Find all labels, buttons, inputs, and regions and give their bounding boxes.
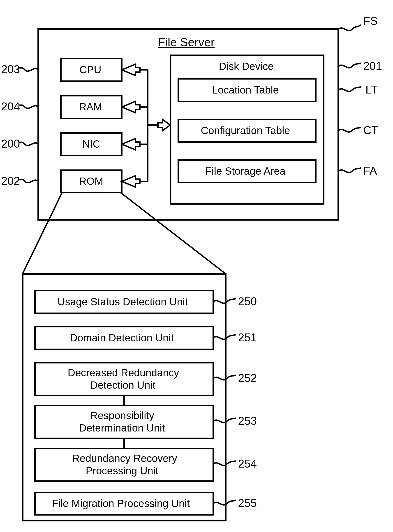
arrow-nic (122, 139, 148, 150)
leader-252 (213, 375, 236, 380)
domain-detection-label: Domain Detection Unit (70, 332, 174, 344)
leader-ram (19, 105, 38, 108)
decreased-redundancy-line2: Detection Unit (90, 379, 155, 391)
svg-marker-3 (122, 101, 140, 113)
ref-disk: 201 (363, 60, 382, 72)
arrowhead-disk (158, 120, 170, 131)
label-fs: FS (363, 15, 378, 27)
file-server-title: File Server (158, 36, 215, 49)
leader-251 (213, 335, 236, 339)
ram-label: RAM (79, 101, 102, 113)
rom-label: ROM (79, 175, 103, 187)
leader-fa (339, 168, 361, 173)
arrow-ram (122, 101, 148, 113)
arrow-rom (122, 176, 148, 187)
file-server-box (38, 29, 339, 220)
ref-251: 251 (238, 331, 257, 344)
file-storage-label: File Storage Area (205, 165, 286, 177)
responsibility-line2: Determination Unit (79, 422, 165, 434)
leader-254 (213, 461, 236, 465)
config-table-label: Configuration Table (201, 125, 290, 136)
ref-250: 250 (238, 295, 257, 308)
file-migration-label: File Migration Processing Unit (52, 498, 190, 509)
ref-lt: LT (365, 83, 378, 96)
ref-fa: FA (363, 164, 377, 177)
leader-cpu (19, 67, 38, 71)
callout-line-right (121, 193, 226, 274)
ref-ram: 204 (1, 100, 20, 113)
ref-252: 252 (238, 372, 257, 384)
leader-lt (339, 87, 361, 91)
redundancy-recovery-line1: Redundancy Recovery (72, 452, 177, 464)
leader-255 (213, 500, 236, 505)
ref-nic: 200 (1, 137, 20, 150)
ref-254: 254 (238, 457, 257, 470)
leader-disk (339, 63, 361, 68)
location-table-label: Location Table (212, 84, 279, 96)
usage-status-label: Usage Status Detection Unit (58, 296, 188, 307)
ref-253: 253 (238, 415, 257, 427)
leader-253 (213, 418, 236, 423)
leader-ct (339, 127, 361, 132)
ref-255: 255 (238, 497, 257, 509)
disk-device-title: Disk Device (219, 60, 274, 72)
responsibility-line1: Responsibility (90, 410, 154, 421)
arrow-cpu (122, 64, 148, 76)
decreased-redundancy-line1: Decreased Redundancy (68, 367, 179, 379)
svg-marker-1 (122, 64, 140, 76)
leader-nic (19, 142, 38, 146)
leader-rom (19, 179, 38, 183)
ref-rom: 202 (1, 175, 20, 187)
svg-marker-5 (122, 139, 140, 150)
ref-cpu: 203 (1, 63, 20, 76)
svg-marker-7 (122, 176, 140, 187)
leader-fs (339, 25, 361, 31)
redundancy-recovery-line2: Processing Unit (86, 465, 158, 477)
nic-label: NIC (82, 138, 100, 150)
callout-line-left (23, 193, 62, 274)
cpu-label: CPU (79, 64, 101, 76)
ref-ct: CT (363, 124, 378, 137)
leader-250 (213, 299, 236, 303)
